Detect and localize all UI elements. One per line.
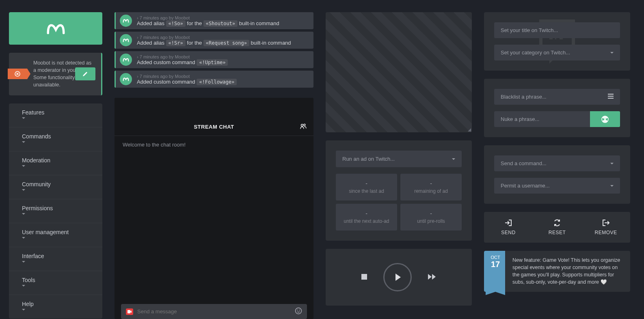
log-row[interactable]: › 7 minutes ago by Moobot Added alias «!…	[115, 32, 313, 49]
chevron-down-icon	[22, 213, 25, 215]
log-text: Added alias «!So» for the «Shoutout» bui…	[137, 20, 309, 26]
log-meta: › 7 minutes ago by Moobot	[137, 54, 309, 59]
menu-icon[interactable]	[608, 94, 614, 100]
login-icon	[504, 219, 512, 226]
nav-tools[interactable]: Tools	[9, 271, 102, 295]
log-meta: › 7 minutes ago by Moobot	[137, 15, 309, 20]
send-action[interactable]: SEND	[484, 212, 533, 243]
log-row[interactable]: › 7 minutes ago by Moobot Added custom c…	[115, 51, 313, 68]
stop-button[interactable]	[361, 273, 367, 282]
chevron-down-icon	[610, 163, 614, 164]
play-icon	[393, 273, 402, 282]
svg-rect-3	[128, 310, 130, 313]
log-meta: › 7 minutes ago by Moobot	[137, 74, 309, 79]
refresh-icon	[553, 219, 561, 226]
avatar	[120, 54, 132, 66]
log-meta: › 7 minutes ago by Moobot	[137, 35, 309, 40]
ad-stat: -until the next auto-ad	[336, 204, 397, 231]
nav-help[interactable]: Help	[9, 295, 102, 319]
chevron-down-icon	[22, 237, 25, 239]
chat-text-input[interactable]	[137, 308, 291, 315]
title-input[interactable]: Set your title on Twitch...	[494, 22, 620, 38]
chat-header: STREAM CHAT	[115, 118, 313, 136]
nuke-input[interactable]: Nuke a phrase...	[494, 111, 590, 127]
chevron-down-icon	[22, 165, 25, 167]
warning-badge-icon	[8, 69, 27, 79]
nav-features[interactable]: Features	[9, 103, 102, 127]
logout-icon	[602, 219, 610, 226]
chevron-down-icon	[22, 285, 25, 287]
nav-community[interactable]: Community	[9, 175, 102, 199]
play-button[interactable]	[383, 263, 412, 291]
svg-point-6	[299, 310, 300, 310]
chevron-down-icon	[22, 189, 25, 191]
emoji-icon[interactable]	[295, 307, 302, 316]
avatar	[120, 73, 132, 85]
ad-stat: -until pre-rolls	[400, 204, 462, 231]
permit-username-select[interactable]: Permit a username...	[494, 178, 620, 194]
nav-moderation[interactable]: Moderation	[9, 151, 102, 175]
commands-panel: Send a command... Permit a username...	[484, 145, 630, 204]
nuke-button[interactable]	[590, 111, 620, 127]
preview-placeholder[interactable]	[326, 12, 472, 132]
users-icon[interactable]	[300, 123, 307, 131]
run-ad-select[interactable]: Run an ad on Twitch...	[336, 151, 462, 167]
stream-chat: STREAM CHAT Welcome to the chat room!	[115, 98, 313, 319]
chevron-down-icon	[22, 309, 25, 310]
chat-messages: Welcome to the chat room!	[115, 136, 313, 299]
chevron-down-icon	[610, 52, 614, 54]
nuke-icon	[601, 116, 609, 123]
blacklist-panel: Blacklist a phrase... Nuke a phrase...	[484, 79, 630, 137]
nav-menu: Features Commands Moderation Community P…	[9, 103, 102, 319]
svg-point-10	[604, 119, 606, 120]
media-panel	[326, 249, 472, 306]
svg-point-4	[296, 308, 302, 314]
ad-panel: Run an ad on Twitch... -since the last a…	[326, 140, 472, 241]
ad-stat: -remaining of ad	[400, 174, 462, 200]
log-row[interactable]: › 7 minutes ago by Moobot Added alias «!…	[115, 12, 313, 29]
log-text: Added alias «!Sr» for the «Request song»…	[137, 40, 309, 46]
blacklist-input[interactable]: Blacklist a phrase...	[494, 89, 620, 105]
date-ribbon: OCT 17	[486, 251, 505, 292]
reset-action[interactable]: RESET	[533, 212, 581, 243]
svg-point-2	[304, 124, 305, 125]
nav-user-management[interactable]: User management	[9, 223, 102, 247]
remove-action[interactable]: REMOVE	[581, 212, 630, 243]
record-icon	[126, 308, 133, 315]
chevron-down-icon	[22, 261, 25, 263]
forward-button[interactable]	[428, 273, 436, 282]
avatar	[120, 15, 132, 27]
log-text: Added custom command «!Uptime»	[137, 59, 309, 65]
news-text: New feature: Game Vote! This lets you or…	[505, 251, 630, 292]
nav-interface[interactable]: Interface	[9, 247, 102, 271]
pencil-icon	[82, 71, 89, 77]
log-text: Added custom command «!Followage»	[137, 79, 309, 85]
logo[interactable]	[9, 12, 102, 45]
ad-stat: -since the last ad	[336, 174, 397, 200]
svg-point-5	[297, 310, 298, 310]
activity-log: › 7 minutes ago by Moobot Added alias «!…	[115, 12, 313, 88]
title-panel: ? Set your title on Twitch... Set your c…	[484, 12, 630, 71]
avatar	[120, 34, 132, 46]
moobot-logo-icon	[45, 19, 67, 38]
nav-commands[interactable]: Commands	[9, 127, 102, 151]
svg-rect-7	[361, 274, 367, 280]
action-buttons: SEND RESET REMOVE	[484, 212, 630, 243]
chevron-down-icon	[22, 117, 25, 119]
send-command-select[interactable]: Send a command...	[494, 155, 620, 171]
twitch-ghost-icon: ?	[484, 12, 630, 71]
log-row[interactable]: › 7 minutes ago by Moobot Added custom c…	[115, 71, 313, 88]
news-card[interactable]: OCT 17 New feature: Game Vote! This lets…	[484, 251, 630, 292]
chevron-down-icon	[452, 158, 455, 160]
category-select[interactable]: Set your category on Twitch...	[494, 45, 620, 60]
nav-permissions[interactable]: Permissions	[9, 199, 102, 223]
warning-card: Moobot is not detected as a moderator in…	[9, 53, 102, 95]
chevron-down-icon	[22, 141, 25, 143]
svg-point-1	[301, 124, 303, 126]
fix-warning-button[interactable]	[75, 67, 95, 80]
chevron-down-icon	[610, 185, 614, 187]
chat-input[interactable]	[121, 304, 307, 319]
